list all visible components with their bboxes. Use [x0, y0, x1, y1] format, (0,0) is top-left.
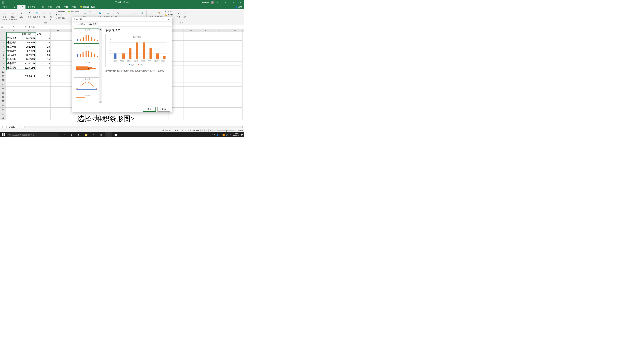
- scroll-down-icon[interactable]: ▼: [99, 101, 102, 103]
- thumbnail-column-2[interactable]: 图表标题: [74, 44, 101, 60]
- cell[interactable]: [51, 82, 66, 87]
- cell[interactable]: [184, 74, 198, 78]
- cell[interactable]: [184, 53, 198, 57]
- cell[interactable]: [198, 66, 213, 70]
- cell[interactable]: 2020/11/1: [21, 66, 36, 70]
- cell[interactable]: [51, 91, 66, 95]
- cell[interactable]: 20: [36, 57, 51, 61]
- edge-icon[interactable]: e: [75, 132, 82, 137]
- name-box[interactable]: E1▼: [0, 25, 16, 28]
- cell[interactable]: 30: [36, 49, 51, 53]
- chevron-down-icon[interactable]: ▼: [13, 26, 14, 27]
- pictures-button[interactable]: 🖼图片: [26, 10, 32, 19]
- zoom-level[interactable]: 145%: [238, 130, 243, 132]
- cell[interactable]: 10: [36, 40, 51, 45]
- column-header[interactable]: A: [6, 29, 21, 32]
- cell[interactable]: [6, 32, 21, 36]
- cell[interactable]: [198, 78, 213, 82]
- symbol-button[interactable]: Ω符号: [182, 10, 188, 19]
- zoom-slider[interactable]: [217, 130, 234, 131]
- minimize-button[interactable]: ─: [222, 0, 229, 5]
- cell[interactable]: [36, 91, 51, 95]
- cell[interactable]: [213, 78, 228, 82]
- cell[interactable]: [184, 78, 198, 82]
- cell[interactable]: 5: [36, 66, 51, 70]
- ok-button[interactable]: 确定: [143, 107, 156, 112]
- row-header[interactable]: 10: [0, 70, 6, 74]
- cell[interactable]: [36, 103, 51, 108]
- cell[interactable]: [36, 112, 51, 116]
- tab-review[interactable]: 审阅: [54, 5, 62, 9]
- tab-recommended-charts[interactable]: 推荐的图表: [74, 22, 87, 26]
- cell[interactable]: [213, 36, 228, 40]
- cell[interactable]: [184, 82, 198, 87]
- row-header[interactable]: 3: [0, 40, 6, 45]
- cell[interactable]: 2020/4/11: [21, 74, 36, 78]
- cell[interactable]: 20: [36, 45, 51, 49]
- cell[interactable]: [228, 99, 242, 103]
- wordart-button[interactable]: A艺术字: [164, 10, 173, 13]
- cell[interactable]: [51, 36, 66, 40]
- view-pagelayout-icon[interactable]: ▤: [204, 129, 208, 132]
- cell[interactable]: 10: [36, 74, 51, 78]
- tray-network-icon[interactable]: 📶: [222, 134, 225, 136]
- cell[interactable]: [228, 61, 242, 66]
- hscroll-right-icon[interactable]: ▶: [242, 126, 244, 128]
- cell[interactable]: 2020/9/1: [21, 57, 36, 61]
- tray-people-icon[interactable]: 👤: [216, 134, 218, 136]
- cell[interactable]: [198, 95, 213, 99]
- icons-button[interactable]: ☺图 标: [48, 10, 54, 21]
- column-header[interactable]: M: [184, 29, 198, 32]
- cell[interactable]: [198, 108, 213, 112]
- row-header[interactable]: 8: [0, 61, 6, 66]
- cell[interactable]: [213, 53, 228, 57]
- mail-icon[interactable]: ✉: [90, 132, 97, 137]
- cell[interactable]: [228, 57, 242, 61]
- tray-help-icon[interactable]: ?: [212, 134, 213, 136]
- cell[interactable]: [6, 78, 21, 82]
- chrome-icon[interactable]: ◉: [97, 132, 105, 137]
- close-button[interactable]: ✕: [237, 0, 244, 5]
- tab-file[interactable]: 文件: [1, 5, 10, 9]
- cell[interactable]: [51, 78, 66, 82]
- column-header[interactable]: C: [36, 29, 51, 32]
- zoom-out-icon[interactable]: −: [214, 130, 215, 132]
- cell[interactable]: [6, 108, 21, 112]
- cell[interactable]: [184, 36, 198, 40]
- cell[interactable]: [198, 49, 213, 53]
- sparkline-button[interactable]: ⫩: [123, 10, 129, 16]
- cell[interactable]: [51, 116, 66, 120]
- line-chart-icon[interactable]: 📈: [89, 13, 92, 16]
- row-header[interactable]: 18: [0, 103, 6, 108]
- taskview-icon[interactable]: ⊞: [68, 132, 75, 137]
- view-normal-icon[interactable]: ▦: [200, 129, 204, 132]
- undo-icon[interactable]: ↶: [6, 1, 9, 4]
- tray-volume-icon[interactable]: 🔊: [226, 134, 228, 136]
- sheet-nav-last[interactable]: ▶: [3, 126, 6, 128]
- cell[interactable]: [228, 45, 242, 49]
- cell[interactable]: [213, 99, 228, 103]
- online-pictures-button[interactable]: 🌐联机图片: [33, 10, 40, 19]
- cell[interactable]: [6, 116, 21, 120]
- cell[interactable]: 成果展示: [6, 61, 21, 66]
- cell[interactable]: [51, 74, 66, 78]
- cell[interactable]: [21, 112, 36, 116]
- cell[interactable]: [198, 74, 213, 78]
- sheet-nav-first[interactable]: ◀: [1, 126, 3, 128]
- cell[interactable]: 10: [36, 61, 51, 66]
- row-header[interactable]: 5: [0, 49, 6, 53]
- column-header[interactable]: P: [228, 29, 242, 32]
- cell[interactable]: [184, 91, 198, 95]
- cell[interactable]: [21, 70, 36, 74]
- cell[interactable]: [228, 32, 242, 36]
- cancel-button[interactable]: 取消: [158, 107, 170, 112]
- cell[interactable]: [198, 116, 213, 120]
- cell[interactable]: [228, 95, 242, 99]
- scroll-up-icon[interactable]: ▲: [99, 28, 102, 31]
- cell[interactable]: 10: [36, 36, 51, 40]
- cell[interactable]: [6, 74, 21, 78]
- recommended-pivot-button[interactable]: 📈推荐的 数据透视表: [8, 10, 18, 21]
- column-header[interactable]: N: [198, 29, 213, 32]
- tab-home[interactable]: 开始: [10, 5, 18, 9]
- share-button[interactable]: 👤 共享: [233, 5, 244, 9]
